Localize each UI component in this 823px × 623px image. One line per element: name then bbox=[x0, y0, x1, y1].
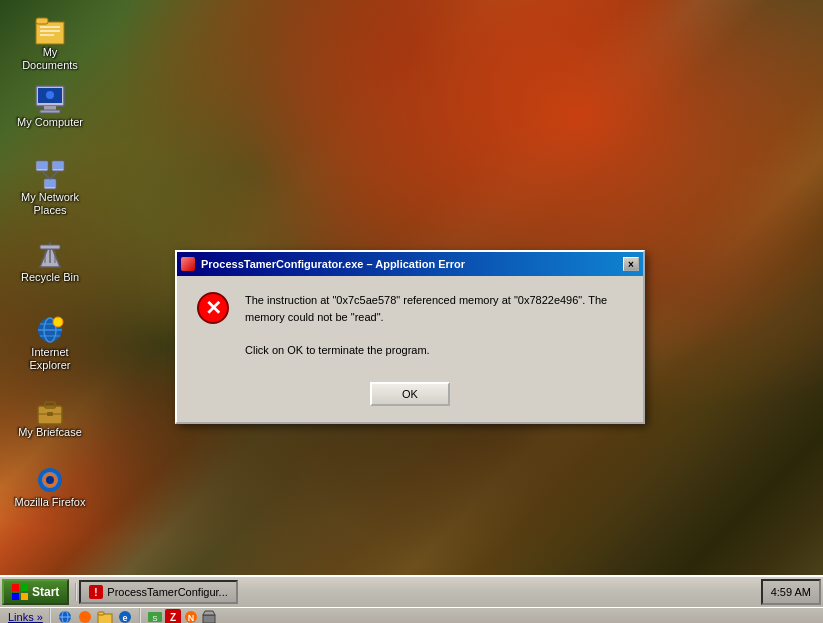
quick-firefox-icon[interactable] bbox=[77, 609, 93, 624]
svg-rect-16 bbox=[53, 162, 63, 169]
taskbar-item-processtamer[interactable]: ! ProcessTamerConfigur... bbox=[79, 580, 237, 604]
svg-rect-39 bbox=[12, 593, 19, 600]
my-documents-label: My Documents bbox=[14, 46, 86, 72]
recycle-bin-icon bbox=[34, 239, 66, 271]
message-line2: memory could not be "read". bbox=[245, 311, 384, 323]
ie-icon bbox=[34, 314, 66, 346]
system-tray: e S Z N bbox=[53, 608, 221, 624]
svg-text:!: ! bbox=[95, 587, 98, 598]
dialog-footer: OK bbox=[177, 374, 643, 422]
svg-text:Z: Z bbox=[170, 612, 176, 623]
svg-line-14 bbox=[50, 171, 58, 179]
taskbar-items: ! ProcessTamerConfigur... bbox=[79, 580, 760, 604]
quick-ie-icon[interactable] bbox=[57, 609, 73, 624]
dialog-message: The instruction at "0x7c5ae578" referenc… bbox=[245, 292, 623, 358]
desktop-icon-my-documents[interactable]: My Documents bbox=[10, 10, 90, 76]
error-circle-icon: ✕ bbox=[197, 292, 229, 324]
tray-icon-2[interactable]: Z bbox=[165, 609, 181, 624]
clock-area: 4:59 AM bbox=[761, 579, 821, 605]
my-network-label: My Network Places bbox=[14, 191, 86, 217]
svg-text:e: e bbox=[122, 613, 127, 623]
svg-rect-7 bbox=[44, 106, 56, 110]
my-computer-icon bbox=[34, 84, 66, 116]
taskbar-separator-1 bbox=[75, 583, 77, 601]
svg-rect-1 bbox=[36, 18, 48, 24]
quick-ie2-icon[interactable]: e bbox=[117, 609, 133, 624]
desktop-icon-my-computer[interactable]: My Computer bbox=[10, 80, 90, 133]
tray-icon-1[interactable]: S bbox=[147, 609, 163, 624]
svg-line-13 bbox=[42, 171, 50, 179]
recycle-bin-label: Recycle Bin bbox=[21, 271, 79, 284]
svg-rect-38 bbox=[21, 584, 28, 591]
svg-rect-2 bbox=[40, 26, 60, 28]
dialog-titlebar: ProcessTamerConfigurator.exe – Applicati… bbox=[177, 252, 643, 276]
desktop-icon-ie[interactable]: Internet Explorer bbox=[10, 310, 90, 376]
svg-point-36 bbox=[46, 476, 54, 484]
tray-icon-4[interactable] bbox=[201, 609, 217, 624]
desktop-icon-firefox[interactable]: Mozilla Firefox bbox=[10, 460, 90, 513]
svg-point-46 bbox=[79, 611, 91, 623]
windows-logo-icon bbox=[12, 584, 28, 600]
svg-rect-0 bbox=[36, 22, 64, 44]
svg-point-29 bbox=[53, 317, 63, 327]
taskbar: Start ! ProcessTamerConfigur... 4:59 AM … bbox=[0, 575, 823, 623]
tray-section: S Z N bbox=[147, 609, 217, 624]
svg-text:N: N bbox=[188, 613, 195, 623]
quick-launch-separator bbox=[49, 608, 51, 624]
desktop-icon-recycle-bin[interactable]: Recycle Bin bbox=[10, 235, 90, 288]
svg-rect-4 bbox=[40, 34, 54, 36]
desktop-icon-briefcase[interactable]: My Briefcase bbox=[10, 390, 90, 443]
dialog-title: ProcessTamerConfigurator.exe – Applicati… bbox=[201, 258, 465, 270]
message-line1: The instruction at "0x7c5ae578" referenc… bbox=[245, 294, 607, 306]
dialog-content: ✕ The instruction at "0x7c5ae578" refere… bbox=[177, 276, 643, 374]
svg-rect-8 bbox=[40, 110, 60, 113]
briefcase-icon bbox=[34, 394, 66, 426]
firefox-label: Mozilla Firefox bbox=[15, 496, 86, 509]
svg-rect-40 bbox=[21, 593, 28, 600]
desktop-icon-my-network[interactable]: My Network Places bbox=[10, 155, 90, 221]
my-computer-label: My Computer bbox=[17, 116, 83, 129]
svg-rect-33 bbox=[47, 412, 53, 416]
firefox-icon bbox=[34, 464, 66, 496]
taskbar-main: Start ! ProcessTamerConfigur... 4:59 AM bbox=[0, 577, 823, 607]
svg-point-9 bbox=[46, 91, 54, 99]
ok-button[interactable]: OK bbox=[370, 382, 450, 406]
ie-label: Internet Explorer bbox=[14, 346, 86, 372]
start-button[interactable]: Start bbox=[2, 579, 69, 605]
app-error-icon bbox=[181, 257, 195, 271]
svg-rect-15 bbox=[37, 162, 47, 169]
error-dialog: ProcessTamerConfigurator.exe – Applicati… bbox=[175, 250, 645, 424]
my-documents-icon bbox=[34, 14, 66, 46]
tray-separator bbox=[139, 608, 141, 624]
quick-folder-icon[interactable] bbox=[97, 609, 113, 624]
taskbar-app-icon: ! bbox=[89, 585, 103, 599]
dialog-close-button[interactable]: × bbox=[623, 257, 639, 271]
svg-rect-23 bbox=[40, 245, 60, 249]
dialog-title-text: ProcessTamerConfigurator.exe – Applicati… bbox=[181, 257, 465, 271]
svg-rect-58 bbox=[203, 615, 215, 623]
my-network-icon bbox=[34, 159, 66, 191]
desktop: My Documents My Computer My Network Plac… bbox=[0, 0, 823, 575]
quick-launch-bar: Links » e bbox=[0, 607, 823, 623]
clock-display: 4:59 AM bbox=[771, 586, 811, 598]
tray-icon-3[interactable]: N bbox=[183, 609, 199, 624]
links-label[interactable]: Links » bbox=[4, 611, 47, 623]
taskbar-item-label: ProcessTamerConfigur... bbox=[107, 586, 227, 598]
svg-rect-49 bbox=[98, 612, 104, 615]
svg-marker-59 bbox=[203, 611, 215, 615]
start-label: Start bbox=[32, 585, 59, 599]
svg-text:S: S bbox=[152, 614, 157, 623]
message-line4: Click on OK to terminate the program. bbox=[245, 344, 430, 356]
svg-rect-37 bbox=[12, 584, 19, 591]
svg-rect-3 bbox=[40, 30, 60, 32]
svg-rect-17 bbox=[45, 180, 55, 187]
briefcase-label: My Briefcase bbox=[18, 426, 82, 439]
